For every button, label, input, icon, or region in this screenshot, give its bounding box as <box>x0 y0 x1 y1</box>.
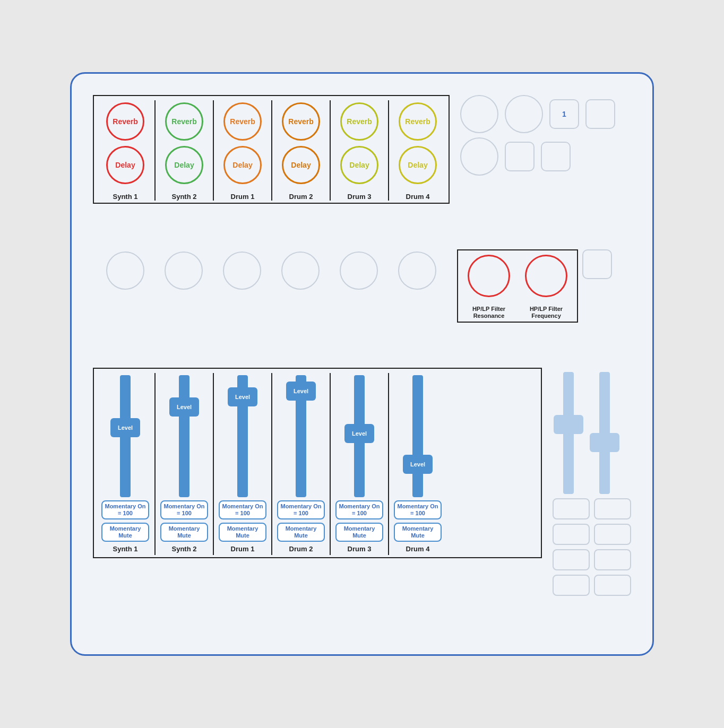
number-button-1[interactable]: 1 <box>549 99 579 129</box>
filter-right-btns <box>582 249 612 279</box>
fader-label-drum2: Level <box>294 388 308 394</box>
reverb-knob-drum3[interactable]: Reverb <box>340 102 378 141</box>
delay-knob-synth1[interactable]: Delay <box>106 146 144 184</box>
reverb-knob-drum4[interactable]: Reverb <box>399 102 437 141</box>
fader-btn-on-drum2[interactable]: Momentary On = 100 <box>277 500 325 519</box>
fader-handle-drum3[interactable]: Level <box>344 424 374 443</box>
filter-frequency-knob[interactable] <box>525 255 567 297</box>
fader-handle-synth2[interactable]: Level <box>169 397 199 417</box>
fader-label-synth1: Level <box>118 424 133 431</box>
filter-section: HP/LP Filter Resonance HP/LP Filter Freq… <box>457 249 631 323</box>
right-faders-row <box>553 372 631 494</box>
top-right-knob1[interactable] <box>460 95 498 133</box>
middle-section: HP/LP Filter Resonance HP/LP Filter Freq… <box>93 249 631 360</box>
top-right-btn2[interactable] <box>505 142 535 171</box>
fader-btn-mute-drum2[interactable]: Momentary Mute <box>277 523 325 542</box>
fader-channel-label-drum2: Drum 2 <box>289 545 313 553</box>
fader-btn-mute-drum4[interactable]: Momentary Mute <box>394 523 442 542</box>
reverb-knob-synth2[interactable]: Reverb <box>165 102 203 141</box>
right-top-controls: 1 <box>460 95 631 176</box>
mid-knob-2[interactable] <box>165 252 203 290</box>
channel-col-synth2: Reverb Delay Synth 2 <box>154 100 213 201</box>
fader-track-drum4: Level <box>402 375 434 497</box>
fader-handle-drum2[interactable]: Level <box>286 382 316 401</box>
right-btn-row-1 <box>553 498 631 519</box>
fader-btn-on-drum4[interactable]: Momentary On = 100 <box>394 500 442 519</box>
mid-knob-col-6 <box>388 249 446 292</box>
right-btn-3-1[interactable] <box>553 549 590 570</box>
light-fader-2 <box>589 372 620 494</box>
reverb-knob-drum2[interactable]: Reverb <box>282 102 320 141</box>
channel-col-drum2: Reverb Delay Drum 2 <box>271 100 330 201</box>
mid-knob-6[interactable] <box>398 252 436 290</box>
fader-btn-on-synth1[interactable]: Momentary On = 100 <box>101 500 149 519</box>
top-channel-group: Reverb Delay Synth 1 Reverb Delay Synth … <box>93 95 450 204</box>
right-btn-4-2[interactable] <box>594 575 631 596</box>
reverb-knob-synth1[interactable]: Reverb <box>106 102 144 141</box>
delay-knob-drum3[interactable]: Delay <box>340 146 378 184</box>
filter-col-resonance: HP/LP Filter Resonance <box>462 255 515 319</box>
filter-resonance-knob[interactable] <box>468 255 510 297</box>
fader-col-drum1: Level Momentary On = 100 Momentary Mute … <box>213 373 271 555</box>
mid-knob-1[interactable] <box>106 252 144 290</box>
top-right-btn3[interactable] <box>541 142 571 171</box>
fader-btn-mute-drum3[interactable]: Momentary Mute <box>335 523 383 542</box>
filter-frequency-label: HP/LP Filter Frequency <box>520 306 573 319</box>
fader-track-drum1: Level <box>227 375 258 497</box>
top-right-btn-empty[interactable] <box>585 99 615 129</box>
fader-btn-mute-synth1[interactable]: Momentary Mute <box>101 523 149 542</box>
right-btn-1-1[interactable] <box>553 498 590 519</box>
fader-handle-drum1[interactable]: Level <box>228 387 257 406</box>
bottom-fader-group: Level Momentary On = 100 Momentary Mute … <box>93 368 542 558</box>
fader-channel-label-drum1: Drum 1 <box>231 545 255 553</box>
fader-track-synth1: Level <box>109 375 141 497</box>
fader-channel-label-synth1: Synth 1 <box>113 545 138 553</box>
reverb-knob-drum1[interactable]: Reverb <box>223 102 262 141</box>
fader-track-drum3: Level <box>343 375 375 497</box>
fader-label-drum3: Level <box>352 430 367 437</box>
filter-group: HP/LP Filter Resonance HP/LP Filter Freq… <box>457 249 578 323</box>
fader-label-drum4: Level <box>410 461 425 467</box>
mid-knob-5[interactable] <box>340 252 378 290</box>
mid-knob-4[interactable] <box>281 252 320 290</box>
filter-btn-1[interactable] <box>582 249 612 279</box>
fader-btn-on-synth2[interactable]: Momentary On = 100 <box>160 500 208 519</box>
delay-knob-drum1[interactable]: Delay <box>223 146 262 184</box>
right-btn-1-2[interactable] <box>594 498 631 519</box>
delay-knob-drum4[interactable]: Delay <box>399 146 437 184</box>
fader-label-drum1: Level <box>235 394 250 400</box>
right-btn-3-2[interactable] <box>594 549 631 570</box>
fader-handle-drum4[interactable]: Level <box>403 455 433 474</box>
right-btn-2-2[interactable] <box>594 524 631 545</box>
right-bottom-controls <box>553 368 631 596</box>
fader-handle-synth1[interactable]: Level <box>110 418 140 437</box>
top-right-knob2[interactable] <box>505 95 543 133</box>
light-fader-handle-1[interactable] <box>554 415 583 434</box>
right-btn-row-4 <box>553 575 631 596</box>
fader-bar-synth2 <box>179 375 189 497</box>
right-btn-2-1[interactable] <box>553 524 590 545</box>
fader-channel-label-drum3: Drum 3 <box>348 545 372 553</box>
top-right-knob3[interactable] <box>460 137 498 176</box>
fader-btn-on-drum3[interactable]: Momentary On = 100 <box>335 500 383 519</box>
mid-knob-3[interactable] <box>223 252 261 290</box>
fader-btn-mute-synth2[interactable]: Momentary Mute <box>160 523 208 542</box>
middle-knob-row <box>93 249 446 292</box>
channel-col-drum4: Reverb Delay Drum 4 <box>388 100 446 201</box>
right-btn-4-1[interactable] <box>553 575 590 596</box>
delay-knob-synth2[interactable]: Delay <box>165 146 203 184</box>
delay-knob-drum2[interactable]: Delay <box>282 146 320 184</box>
channel-label-drum4: Drum 4 <box>406 193 430 201</box>
fader-btn-mute-drum1[interactable]: Momentary Mute <box>219 523 266 542</box>
mid-knob-col-5 <box>330 249 388 292</box>
fader-col-drum4: Level Momentary On = 100 Momentary Mute … <box>388 373 446 555</box>
mid-knob-col-3 <box>213 249 271 292</box>
right-top-row2 <box>460 137 631 176</box>
filter-col-frequency: HP/LP Filter Frequency <box>520 255 573 319</box>
fader-btn-on-drum1[interactable]: Momentary On = 100 <box>219 500 266 519</box>
fader-col-drum3: Level Momentary On = 100 Momentary Mute … <box>330 373 388 555</box>
right-top-row1: 1 <box>460 95 631 133</box>
fader-col-synth1: Level Momentary On = 100 Momentary Mute … <box>96 373 154 555</box>
fader-track-drum2: Level <box>285 375 317 497</box>
light-fader-handle-2[interactable] <box>590 433 619 452</box>
